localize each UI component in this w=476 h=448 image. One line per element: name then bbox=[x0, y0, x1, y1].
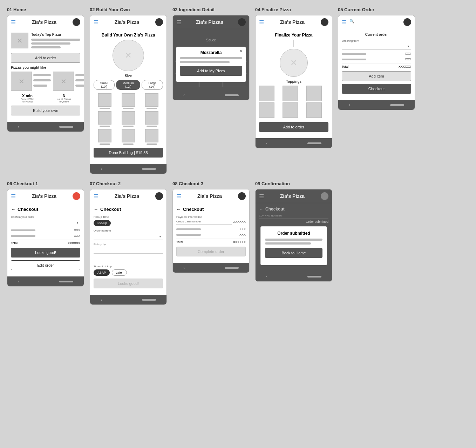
hamburger-icon[interactable]: ☰ bbox=[11, 19, 16, 26]
back-to-home-button[interactable]: Back to Home bbox=[265, 248, 322, 258]
hamburger-icon-05[interactable]: ☰ bbox=[342, 19, 347, 26]
ingredient-8[interactable] bbox=[117, 129, 139, 145]
add-to-pizza-button[interactable]: Add to My Pizza bbox=[180, 66, 242, 76]
looks-good-button-06[interactable]: Looks good! bbox=[11, 248, 80, 258]
asap-btn[interactable]: ASAP bbox=[94, 269, 110, 276]
credit-card-row: Credit Card number XXXXXX bbox=[176, 220, 246, 225]
ingredient-1[interactable] bbox=[94, 93, 116, 109]
pickup-by-input-2[interactable] bbox=[94, 256, 163, 262]
ingredient-grid-2 bbox=[94, 111, 163, 127]
pickup-btn[interactable]: Pickup bbox=[94, 220, 111, 226]
modal-close-icon[interactable]: ✕ bbox=[239, 49, 243, 54]
ingredient-2[interactable] bbox=[117, 93, 139, 109]
checkout-08-line-1: XXX bbox=[176, 227, 246, 231]
add-item-button[interactable]: Add item bbox=[342, 71, 411, 81]
ingredient-7[interactable] bbox=[94, 129, 116, 145]
checkout-06-total: Total XXXXXX bbox=[11, 240, 80, 245]
phone-08: ☰ Zia's Pizza ← Checkout Payment informa… bbox=[172, 189, 250, 273]
ordering-from-label: Ordering from bbox=[342, 39, 411, 42]
footer-left-arrow-06: ‹ bbox=[18, 279, 19, 284]
ingredient-3-img bbox=[145, 93, 158, 107]
hamburger-icon-08[interactable]: ☰ bbox=[176, 193, 181, 200]
checkout-button[interactable]: Checkout bbox=[342, 84, 411, 94]
ingredient-4[interactable] bbox=[94, 111, 116, 127]
hamburger-icon-04[interactable]: ☰ bbox=[259, 19, 264, 26]
ingredient-6[interactable] bbox=[141, 111, 163, 127]
checkout-06-line-1: XXX bbox=[11, 228, 80, 232]
screen-02: 02 Build Your Own ☰ Zia's Pizza Build Yo… bbox=[90, 7, 167, 174]
later-btn[interactable]: Later bbox=[112, 269, 127, 276]
screen-08: 08 Checkout 3 ☰ Zia's Pizza ← Checkout P… bbox=[172, 181, 250, 305]
pizza-card-2-line1 bbox=[75, 74, 84, 76]
order-submitted-title: Order submitted bbox=[265, 231, 322, 236]
phone-08-header: ☰ Zia's Pizza bbox=[173, 189, 249, 203]
size-medium-btn[interactable]: Medium (12') bbox=[116, 80, 140, 90]
phone-06: ☰ Zia's Pizza ← Checkout Confirm your or… bbox=[7, 189, 84, 287]
footer-left-arrow-08: ‹ bbox=[183, 265, 185, 270]
hamburger-icon-09[interactable]: ☰ bbox=[259, 193, 264, 200]
size-large-btn[interactable]: Large (14') bbox=[142, 80, 163, 90]
pizza-card-1-line1 bbox=[33, 74, 51, 76]
topping-1[interactable] bbox=[259, 86, 274, 101]
confirm-dropdown[interactable]: ▼ bbox=[11, 220, 80, 226]
sauce-label: Sauce bbox=[206, 38, 216, 42]
footer-left-arrow: ‹ bbox=[18, 124, 19, 129]
header-circle-06 bbox=[73, 192, 80, 200]
hamburger-icon-07[interactable]: ☰ bbox=[94, 193, 98, 200]
pickup-by-input-1[interactable] bbox=[94, 247, 163, 254]
size-small-btn[interactable]: Small (10') bbox=[94, 80, 115, 90]
total-label: Total bbox=[342, 65, 348, 68]
checkout-06-back[interactable]: ← Checkout bbox=[11, 207, 80, 212]
hamburger-icon-03[interactable]: ☰ bbox=[176, 19, 181, 26]
topping-5[interactable] bbox=[283, 102, 298, 118]
checkout-08-back[interactable]: ← Checkout bbox=[176, 207, 246, 212]
ordering-from-dropdown[interactable]: ▼ bbox=[342, 44, 411, 50]
current-order-label: Current order bbox=[342, 33, 411, 36]
header-circle-08 bbox=[238, 192, 246, 200]
phone-08-body: ← Checkout Payment information Credit Ca… bbox=[173, 203, 249, 263]
pizza-desc-3 bbox=[31, 46, 61, 48]
queue-label: No. of Pizzasin Queue bbox=[47, 98, 80, 103]
credit-card-label: Credit Card number bbox=[176, 220, 232, 225]
time-options: ASAP Later bbox=[94, 269, 163, 276]
search-icon[interactable]: 🔍 bbox=[349, 19, 354, 24]
ingredient-5[interactable] bbox=[117, 111, 139, 127]
size-options: Small (10') Medium (12') Large (14') bbox=[94, 80, 163, 90]
screen-09: 09 Confirmation ☰ Zia's Pizza ← Checkout… bbox=[255, 181, 332, 305]
hamburger-icon-02[interactable]: ☰ bbox=[94, 19, 98, 26]
topping-2[interactable] bbox=[283, 86, 298, 101]
finalize-add-to-order-button[interactable]: Add to order bbox=[259, 122, 328, 132]
topping-6[interactable] bbox=[306, 102, 322, 118]
payment-section: Payment information Credit Card number X… bbox=[176, 215, 246, 225]
pickup-time-label: Pickup Time bbox=[94, 215, 163, 219]
checkout-06-total-label: Total bbox=[11, 241, 18, 245]
screen-06: 06 Checkout 1 ☰ Zia's Pizza ← Checkout C… bbox=[7, 181, 84, 305]
ingredient-3[interactable] bbox=[141, 93, 163, 109]
checkout-09-back[interactable]: ← Checkout bbox=[259, 207, 328, 212]
checkout-07-back[interactable]: ← Checkout bbox=[94, 207, 163, 212]
screen-01-label: 01 Home bbox=[7, 7, 84, 12]
add-to-order-button[interactable]: Add to order bbox=[11, 53, 80, 63]
ingredient-9[interactable] bbox=[141, 129, 163, 145]
done-building-button[interactable]: Done Building | $19.55 bbox=[94, 148, 163, 158]
complete-order-button[interactable]: Complete order bbox=[176, 247, 246, 256]
header-circle bbox=[73, 18, 80, 26]
pizza-card-2 bbox=[53, 72, 84, 91]
hamburger-icon-06[interactable]: ☰ bbox=[11, 193, 16, 200]
topping-4[interactable] bbox=[259, 102, 274, 118]
screen-09-label: 09 Confirmation bbox=[255, 181, 332, 186]
looks-good-button-07[interactable]: Looks good! bbox=[94, 279, 163, 288]
back-arrow-06: ← bbox=[11, 207, 15, 212]
footer-pill-05 bbox=[390, 104, 404, 106]
ordering-from-dropdown-07[interactable]: ▼ bbox=[94, 234, 163, 240]
build-your-own-button[interactable]: Build your own bbox=[11, 106, 80, 115]
footer-left-arrow-02: ‹ bbox=[101, 166, 102, 171]
edit-order-button[interactable]: Edit order bbox=[11, 260, 80, 270]
footer-pill-07 bbox=[142, 299, 156, 301]
wait-stat: X min Current Waitfor Pickup bbox=[11, 94, 44, 103]
topping-3[interactable] bbox=[306, 86, 322, 101]
screen-05: 05 Current Order ☰ 🔍 Current order Order… bbox=[338, 7, 415, 174]
queue-stat: 3 No. of Pizzasin Queue bbox=[47, 94, 80, 103]
phone-06-header: ☰ Zia's Pizza bbox=[7, 189, 84, 203]
pizza-card-2-img bbox=[53, 72, 74, 91]
